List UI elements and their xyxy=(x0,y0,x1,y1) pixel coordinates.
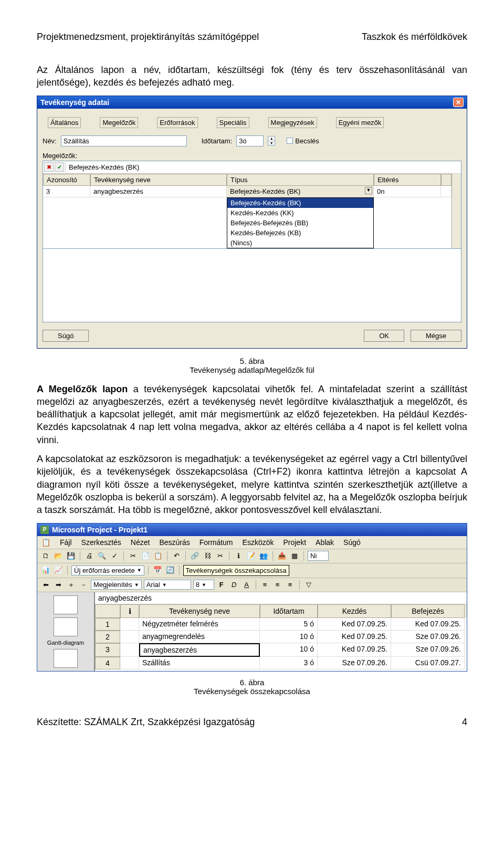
font-combo[interactable]: Arial ▼ xyxy=(144,580,191,590)
col-indicator[interactable]: ℹ xyxy=(120,604,139,618)
dialog-titlebar[interactable]: Tevékenység adatai ✕ xyxy=(37,96,467,109)
col-finish[interactable]: Befejezés xyxy=(391,604,465,618)
print-icon[interactable]: 🖨 xyxy=(84,551,94,561)
publish-icon[interactable]: 📤 xyxy=(277,551,287,561)
showsub-icon[interactable]: ＋ xyxy=(66,580,76,590)
tab-resources[interactable]: Erőforrások xyxy=(157,117,197,128)
cell-name[interactable]: anyagbeszerzés xyxy=(90,186,227,197)
split-icon[interactable]: ✂ xyxy=(215,551,225,561)
info-icon[interactable]: ℹ xyxy=(233,551,244,561)
dropdown-option[interactable]: Befejezés-Kezdés (BK) xyxy=(227,198,373,208)
actual-icon[interactable]: 📅 xyxy=(152,565,163,575)
col-select[interactable] xyxy=(95,604,120,618)
undo-icon[interactable]: ↶ xyxy=(171,551,182,561)
align-left-icon[interactable]: ≡ xyxy=(260,580,270,590)
dropdown-option[interactable]: (Nincs) xyxy=(227,238,373,248)
type-dropdown[interactable]: Befejezés-Kezdés (BK) Kezdés-Kezdés (KK)… xyxy=(227,197,374,248)
underline-icon[interactable]: A xyxy=(242,580,252,590)
dropdown-option[interactable]: Befejezés-Befejezés (BB) xyxy=(227,218,373,228)
ok-button[interactable]: OK xyxy=(364,330,404,342)
collab2-icon[interactable]: 📈 xyxy=(53,565,64,575)
unlink-icon[interactable]: ⛓ xyxy=(202,551,213,561)
tab-predecessors[interactable]: Megelőzők xyxy=(100,117,138,128)
col-duration[interactable]: Időtartam xyxy=(260,604,318,618)
col-lag[interactable]: Eltérés xyxy=(374,174,441,186)
link-icon[interactable]: 🔗 xyxy=(190,551,200,561)
bold-icon[interactable]: F xyxy=(216,580,227,590)
copy-icon[interactable]: 📄 xyxy=(140,551,151,561)
notes-icon[interactable]: 📝 xyxy=(246,551,256,561)
menu-file[interactable]: Fájl xyxy=(60,538,72,547)
menu-format[interactable]: Formátum xyxy=(200,538,233,547)
sheet-row-selected[interactable]: 3 anyagbeszerzés 10 ó Ked 07.09.25. Sze … xyxy=(95,643,467,657)
open-icon[interactable]: 📂 xyxy=(53,551,64,561)
update-icon[interactable]: 🔄 xyxy=(165,565,175,575)
paste-icon[interactable]: 📋 xyxy=(153,551,163,561)
menu-edit[interactable]: Szerkesztés xyxy=(81,538,121,547)
cell-id[interactable]: 3 xyxy=(43,186,90,197)
new-resource-combo[interactable]: Új erőforrás eredete ▼ xyxy=(71,565,144,575)
estimate-checkbox[interactable] xyxy=(287,138,293,144)
col-type[interactable]: Típus xyxy=(227,174,374,186)
no-group-combo[interactable]: Ni xyxy=(308,551,329,561)
menu-window[interactable]: Ablak xyxy=(316,538,334,547)
assign-icon[interactable]: 👥 xyxy=(258,551,269,561)
app-titlebar[interactable]: P Microsoft Project - Projekt1 xyxy=(37,523,467,536)
close-icon[interactable]: ✕ xyxy=(453,98,464,107)
cell-lag[interactable]: 0n xyxy=(374,186,441,197)
col-name[interactable]: Tevékenység neve xyxy=(90,174,227,186)
spell-icon[interactable]: ✓ xyxy=(109,551,120,561)
menu-tools[interactable]: Eszközök xyxy=(243,538,274,547)
menu-insert[interactable]: Beszúrás xyxy=(159,538,190,547)
view-icon-gantt[interactable] xyxy=(54,617,78,636)
hidesub-icon[interactable]: － xyxy=(78,580,89,590)
duration-field[interactable] xyxy=(236,135,264,146)
view-icon-calendar[interactable] xyxy=(54,595,78,614)
chevron-down-icon[interactable]: ▼ xyxy=(365,187,372,194)
dropdown-option[interactable]: Kezdés-Befejezés (KB) xyxy=(227,228,373,238)
menu-edit-icon[interactable]: 📋 xyxy=(41,538,50,547)
col-start[interactable]: Kezdés xyxy=(318,604,391,618)
help-button[interactable]: Súgó xyxy=(43,330,89,342)
italic-icon[interactable]: D xyxy=(229,580,239,590)
accept-icon[interactable]: ✔ xyxy=(55,162,64,172)
view-label-gantt[interactable]: Gantt-diagram xyxy=(47,640,84,646)
label-name: Név: xyxy=(43,137,57,145)
duration-stepper[interactable]: ▲▼ xyxy=(268,136,275,145)
cut-icon[interactable]: ✂ xyxy=(128,551,138,561)
name-field[interactable] xyxy=(61,135,187,146)
tab-custom[interactable]: Egyéni mezők xyxy=(336,117,384,128)
tab-notes[interactable]: Megjegyzések xyxy=(268,117,317,128)
sheet-row[interactable]: 1 Négyzetméter felmérés 5 ó Ked 07.09.25… xyxy=(95,618,467,631)
group-icon[interactable]: ▦ xyxy=(289,551,300,561)
col-task-name[interactable]: Tevékenység neve xyxy=(139,604,260,618)
edit-value[interactable]: anyagbeszerzés xyxy=(95,592,467,604)
align-center-icon[interactable]: ≡ xyxy=(272,580,283,590)
sheet-row[interactable]: 2 anyagmegrendelés 10 ó Ked 07.09.25. Sz… xyxy=(95,631,467,643)
size-combo[interactable]: 8 ▼ xyxy=(193,580,214,590)
menu-view[interactable]: Nézet xyxy=(131,538,150,547)
menu-project[interactable]: Projekt xyxy=(283,538,306,547)
outdent-icon[interactable]: ⬅ xyxy=(40,580,51,590)
sheet-row[interactable]: 4 Szállítás 3 ó Sze 07.09.26. Csü 07.09.… xyxy=(95,657,467,669)
cell-editor[interactable]: Befejezés-Kezdés (BK) xyxy=(65,162,460,172)
delete-icon[interactable]: ✖ xyxy=(44,162,54,172)
cell-type[interactable]: Befejezés-Kezdés (BK)▼ xyxy=(227,186,374,197)
menu-help[interactable]: Súgó xyxy=(343,538,361,547)
tab-general[interactable]: Általános xyxy=(48,117,81,128)
grid-row[interactable]: 3 anyagbeszerzés Befejezés-Kezdés (BK)▼ … xyxy=(43,186,452,197)
view-icon-network[interactable] xyxy=(54,649,78,668)
col-id[interactable]: Azonosító xyxy=(43,174,90,186)
show-combo[interactable]: Megjelenítés ▼ xyxy=(91,580,142,590)
save-icon[interactable]: 💾 xyxy=(66,551,76,561)
cancel-button[interactable]: Mégse xyxy=(411,330,461,342)
scrollbar-vertical[interactable] xyxy=(452,174,461,248)
align-right-icon[interactable]: ≡ xyxy=(285,580,296,590)
preview-icon[interactable]: 🔍 xyxy=(97,551,107,561)
filter-icon[interactable]: ▽ xyxy=(303,580,314,590)
collab-icon[interactable]: 📊 xyxy=(40,565,51,575)
tab-special[interactable]: Speciális xyxy=(217,117,249,128)
indent-icon[interactable]: ➡ xyxy=(53,580,64,590)
new-icon[interactable]: 🗋 xyxy=(40,551,51,561)
dropdown-option[interactable]: Kezdés-Kezdés (KK) xyxy=(227,208,373,218)
